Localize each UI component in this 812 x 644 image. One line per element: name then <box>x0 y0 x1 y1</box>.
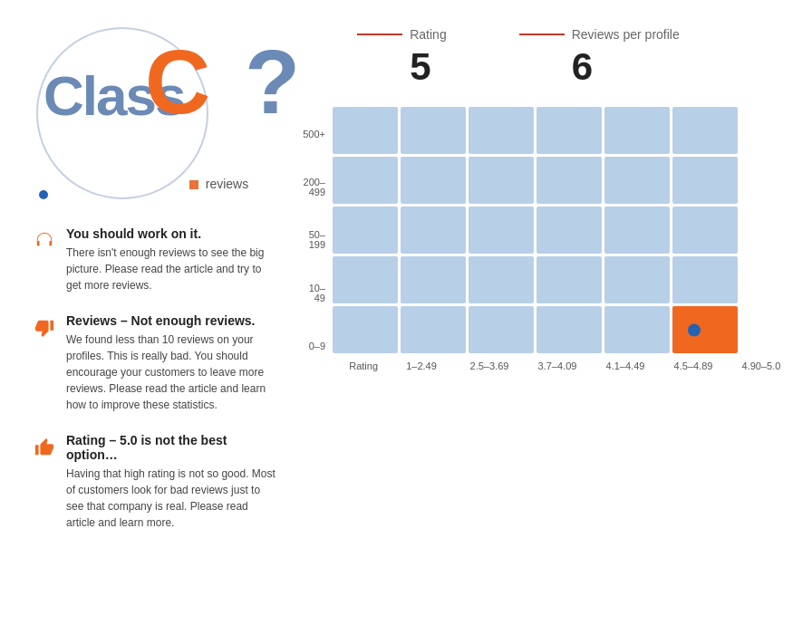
headphone-icon <box>32 228 57 254</box>
grid-cell-3-3 <box>536 256 602 303</box>
tip-item-work: You should work on it. There isn't enoug… <box>32 226 276 293</box>
grid-cell-2-3 <box>536 207 602 254</box>
grid-cell-1-2 <box>469 157 534 204</box>
tip-content-reviews: Reviews – Not enough reviews. We found l… <box>66 313 276 413</box>
right-panel: Rating 5 Reviews per profile 6 500+ 200–… <box>294 0 812 644</box>
grid-cell-0-0 <box>333 107 398 154</box>
class-question-mark: ? <box>245 36 300 127</box>
reviews-stat-header: Reviews per profile <box>519 27 680 42</box>
x-label-4: 4.5–4.89 <box>661 360 726 371</box>
grid-cell-3-0 <box>333 256 398 303</box>
stats-row: Rating 5 Reviews per profile 6 <box>303 27 794 89</box>
grid-cell-4-2 <box>469 306 534 353</box>
rating-stat-line <box>357 34 402 35</box>
x-labels-grid: 1–2.492.5–3.693.7–4.094.1–4.494.5–4.894.… <box>389 360 794 371</box>
y-label-50-199: 50–199 <box>303 216 325 264</box>
y-label-500plus: 500+ <box>303 111 325 158</box>
reviews-stat-block: Reviews per profile 6 <box>519 27 680 89</box>
tip-body-rating: Having that high rating is not so good. … <box>66 466 276 531</box>
tip-content-work: You should work on it. There isn't enoug… <box>66 226 276 293</box>
x-axis-title: Rating <box>333 360 378 371</box>
grid-cell-0-5 <box>672 107 738 154</box>
grid-cell-3-4 <box>604 256 670 303</box>
grid-container: 500+ 200–499 50–199 10–49 0–9 C? Rating … <box>303 107 794 371</box>
grid-cell-3-2 <box>469 256 534 303</box>
rating-stat-block: Rating 5 <box>357 27 446 89</box>
reviews-label-text: reviews <box>206 177 248 191</box>
tip-item-rating: Rating – 5.0 is not the best option… Hav… <box>32 433 276 531</box>
grid-cell-4-4 <box>604 306 670 353</box>
thumbup-icon <box>32 435 57 460</box>
grid-and-x: C? Rating 1–2.492.5–3.693.7–4.094.1–4.49… <box>333 107 794 371</box>
grid-cell-2-2 <box>469 207 534 254</box>
grid-cell-0-4 <box>604 107 670 154</box>
grid-cell-4-3 <box>536 306 602 353</box>
tip-body-work: There isn't enough reviews to see the bi… <box>66 245 276 293</box>
x-label-1: 2.5–3.69 <box>457 360 522 371</box>
grid-cell-2-4 <box>604 207 670 254</box>
grid-cell-4-5: C? <box>672 306 738 353</box>
reviews-stat-value: 6 <box>572 45 593 89</box>
grid-cell-1-4 <box>604 157 670 204</box>
x-label-5: 4.90–5.0 <box>729 360 794 371</box>
reviews-stat-line <box>519 34 565 35</box>
tip-title-work: You should work on it. <box>66 226 276 241</box>
thumbdown-icon <box>32 315 57 341</box>
grid-cell-3-1 <box>401 256 466 303</box>
grid-cell-2-0 <box>333 207 398 254</box>
active-cell-label: C? <box>701 321 722 340</box>
reviews-label: reviews <box>189 177 248 191</box>
rating-stat-header: Rating <box>357 27 446 42</box>
grid-cell-0-3 <box>536 107 602 154</box>
grid-cell-3-5 <box>672 256 738 303</box>
reviews-stat-label: Reviews per profile <box>572 27 680 42</box>
active-cell-dot <box>688 323 701 336</box>
rating-stat-label: Rating <box>410 27 446 42</box>
y-label-0-9: 0–9 <box>303 322 325 370</box>
grid-cell-2-1 <box>401 207 466 254</box>
grid-cell-0-1 <box>401 107 466 154</box>
class-display: Class C ? reviews <box>27 18 276 217</box>
grid-cell-0-2 <box>469 107 534 154</box>
class-letter: C <box>145 36 210 127</box>
heatmap-grid: C? <box>333 107 794 353</box>
tip-item-reviews: Reviews – Not enough reviews. We found l… <box>32 313 276 413</box>
tips-section: You should work on it. There isn't enoug… <box>27 226 276 531</box>
x-label-3: 4.1–4.49 <box>593 360 658 371</box>
reviews-label-square <box>189 180 198 189</box>
tip-body-reviews: We found less than 10 reviews on your pr… <box>66 332 276 413</box>
grid-cell-2-5 <box>672 207 738 254</box>
y-label-200-499: 200–499 <box>303 164 325 211</box>
tip-title-reviews: Reviews – Not enough reviews. <box>66 313 276 328</box>
x-axis-row: Rating 1–2.492.5–3.693.7–4.094.1–4.494.5… <box>333 360 794 371</box>
grid-cell-4-0 <box>333 306 398 353</box>
grid-cell-1-1 <box>401 157 466 204</box>
rating-stat-value: 5 <box>410 45 430 89</box>
y-label-10-49: 10–49 <box>303 270 325 317</box>
page-container: Class C ? reviews You should work on it.… <box>0 0 812 644</box>
left-panel: Class C ? reviews You should work on it.… <box>0 0 294 644</box>
dot-indicator <box>39 190 48 199</box>
grid-cell-1-5 <box>672 157 738 204</box>
grid-cell-4-1 <box>401 306 466 353</box>
grid-cell-1-0 <box>333 157 398 204</box>
active-cell-content: C? <box>688 321 722 340</box>
tip-title-rating: Rating – 5.0 is not the best option… <box>66 433 276 462</box>
tip-content-rating: Rating – 5.0 is not the best option… Hav… <box>66 433 276 531</box>
x-label-0: 1–2.49 <box>389 360 454 371</box>
x-label-2: 3.7–4.09 <box>525 360 590 371</box>
grid-cell-1-3 <box>536 157 602 204</box>
y-axis: 500+ 200–499 50–199 10–49 0–9 <box>303 107 325 370</box>
